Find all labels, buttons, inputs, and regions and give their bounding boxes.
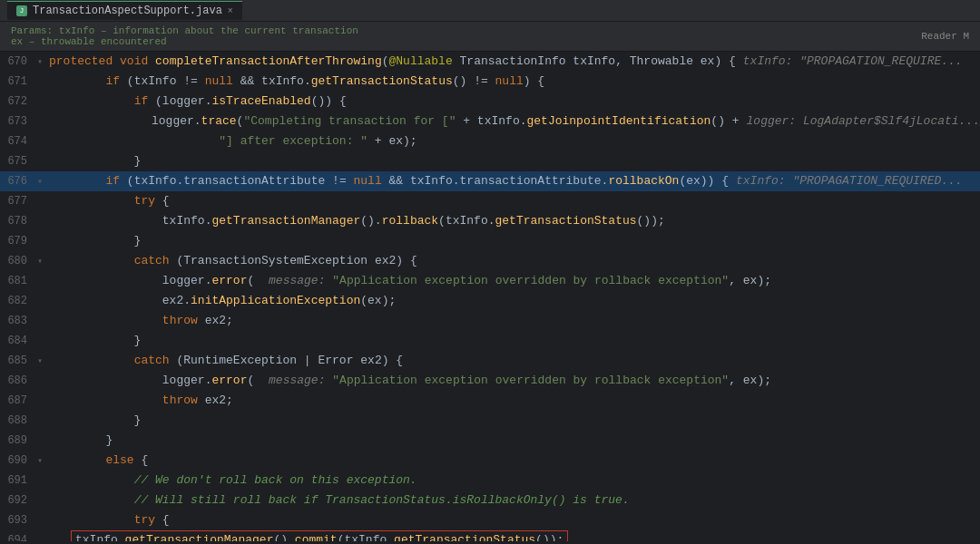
line-content: // Will still roll back if TransactionSt… <box>45 491 980 510</box>
fold-marker[interactable] <box>34 515 45 526</box>
fold-marker[interactable] <box>34 236 45 247</box>
table-row: 694 txInfo.getTransactionManager().commi… <box>0 530 980 541</box>
table-row: 672 if (logger.isTraceEnabled()) { <box>0 92 980 112</box>
line-number: 675 <box>0 155 34 168</box>
fold-marker[interactable] <box>34 316 45 326</box>
table-row: 689 } <box>0 431 980 451</box>
fold-marker[interactable]: ▾ <box>34 256 45 267</box>
line-number: 679 <box>0 235 34 248</box>
table-row: 670 ▾ protected void completeTransaction… <box>0 52 980 72</box>
table-row: 681 logger.error( message: "Application … <box>0 271 980 291</box>
line-number: 694 <box>0 534 34 541</box>
line-number: 681 <box>0 275 34 287</box>
table-row: 671 if (txInfo != null && txInfo.getTran… <box>0 72 980 92</box>
code-lines: 670 ▾ protected void completeTransaction… <box>0 52 980 541</box>
table-row: 686 logger.error( message: "Application … <box>0 371 980 391</box>
line-content: logger.error( message: "Application exce… <box>45 371 980 391</box>
reader-mode-label[interactable]: Reader M <box>921 31 969 42</box>
table-row: 690 ▾ else { <box>0 451 980 471</box>
line-number: 686 <box>0 374 34 387</box>
fold-marker[interactable] <box>34 435 45 446</box>
title-bar: J TransactionAspectSupport.java × <box>0 0 980 22</box>
line-content: } <box>45 151 980 171</box>
line-content: txInfo.getTransactionManager().commit(tx… <box>45 530 980 541</box>
line-content: if (logger.isTraceEnabled()) { <box>45 92 980 112</box>
fold-marker[interactable] <box>34 395 45 406</box>
hint-text-line1: Params: txInfo – information about the c… <box>11 25 358 36</box>
line-content: txInfo.getTransactionManager().rollback(… <box>45 211 980 231</box>
line-content: } <box>45 331 980 351</box>
fold-marker[interactable] <box>34 335 45 346</box>
table-row: 674 "] after exception: " + ex); <box>0 131 980 151</box>
line-content: ex2.initApplicationException(ex); <box>45 291 980 311</box>
fold-marker[interactable] <box>34 495 45 506</box>
table-row: 692 // Will still roll back if Transacti… <box>0 491 980 510</box>
table-row: 684 } <box>0 331 980 351</box>
fold-marker[interactable] <box>34 276 45 287</box>
table-row: 688 } <box>0 411 980 431</box>
line-content: else { <box>45 451 980 471</box>
line-content: if (txInfo.transactionAttribute != null … <box>45 171 980 191</box>
fold-marker[interactable] <box>34 136 45 147</box>
file-tab[interactable]: J TransactionAspectSupport.java × <box>7 1 242 20</box>
fold-marker[interactable]: ▾ <box>34 355 45 366</box>
line-content: logger.trace("Completing transaction for… <box>34 112 980 131</box>
line-content: } <box>45 431 980 451</box>
line-number: 692 <box>0 494 34 507</box>
hint-bar: Params: txInfo – information about the c… <box>0 22 980 52</box>
line-number: 693 <box>0 514 34 527</box>
table-row: 680 ▾ catch (TransactionSystemException … <box>0 251 980 271</box>
line-number: 689 <box>0 434 34 447</box>
line-number: 678 <box>0 215 34 228</box>
table-row: 682 ex2.initApplicationException(ex); <box>0 291 980 311</box>
tab-filename: TransactionAspectSupport.java <box>33 5 222 17</box>
code-area: 670 ▾ protected void completeTransaction… <box>0 52 980 541</box>
java-file-icon: J <box>16 5 27 16</box>
fold-marker[interactable] <box>34 76 45 87</box>
table-row: 693 try { <box>0 510 980 530</box>
fold-marker[interactable]: ▾ <box>34 455 45 466</box>
fold-marker[interactable] <box>34 196 45 207</box>
table-row: 673 logger.trace("Completing transaction… <box>0 112 980 131</box>
fold-marker[interactable] <box>34 296 45 306</box>
table-row: 676 ▾ if (txInfo.transactionAttribute !=… <box>0 171 980 191</box>
line-number: 673 <box>0 115 34 128</box>
fold-marker[interactable] <box>34 535 45 541</box>
fold-marker[interactable] <box>34 415 45 426</box>
fold-marker[interactable] <box>34 475 45 486</box>
line-content: try { <box>45 510 980 530</box>
line-content: if (txInfo != null && txInfo.getTransact… <box>45 72 980 92</box>
line-content: // We don't roll back on this exception. <box>45 471 980 491</box>
fold-marker[interactable] <box>34 375 45 386</box>
table-row: 675 } <box>0 151 980 171</box>
line-content: catch (TransactionSystemException ex2) { <box>45 251 980 271</box>
fold-marker[interactable] <box>34 156 45 167</box>
line-content: throw ex2; <box>45 391 980 411</box>
line-content: logger.error( message: "Application exce… <box>45 271 980 291</box>
line-number: 690 <box>0 454 34 467</box>
line-number: 672 <box>0 95 34 108</box>
line-number: 684 <box>0 335 34 347</box>
fold-marker[interactable]: ▾ <box>34 176 45 187</box>
table-row: 685 ▾ catch (RuntimeException | Error ex… <box>0 351 980 371</box>
line-number: 688 <box>0 414 34 427</box>
line-number: 674 <box>0 135 34 148</box>
table-row: 678 txInfo.getTransactionManager().rollb… <box>0 211 980 231</box>
line-number: 687 <box>0 394 34 407</box>
line-content: } <box>45 411 980 431</box>
line-content: catch (RuntimeException | Error ex2) { <box>45 351 980 371</box>
hint-text-line2: ex – throwable encountered <box>11 36 167 47</box>
fold-marker[interactable]: ▾ <box>34 56 45 67</box>
fold-marker[interactable] <box>34 216 45 227</box>
fold-marker[interactable] <box>34 96 45 107</box>
line-number: 682 <box>0 295 34 307</box>
tab-close-button[interactable]: × <box>228 6 233 16</box>
line-number: 670 <box>0 55 34 68</box>
line-content: } <box>45 231 980 251</box>
table-row: 691 // We don't roll back on this except… <box>0 471 980 491</box>
line-content: "] after exception: " + ex); <box>45 131 980 151</box>
line-number: 671 <box>0 75 34 88</box>
table-row: 683 throw ex2; <box>0 311 980 331</box>
line-number: 677 <box>0 195 34 208</box>
line-content: protected void completeTransactionAfterT… <box>45 52 980 72</box>
